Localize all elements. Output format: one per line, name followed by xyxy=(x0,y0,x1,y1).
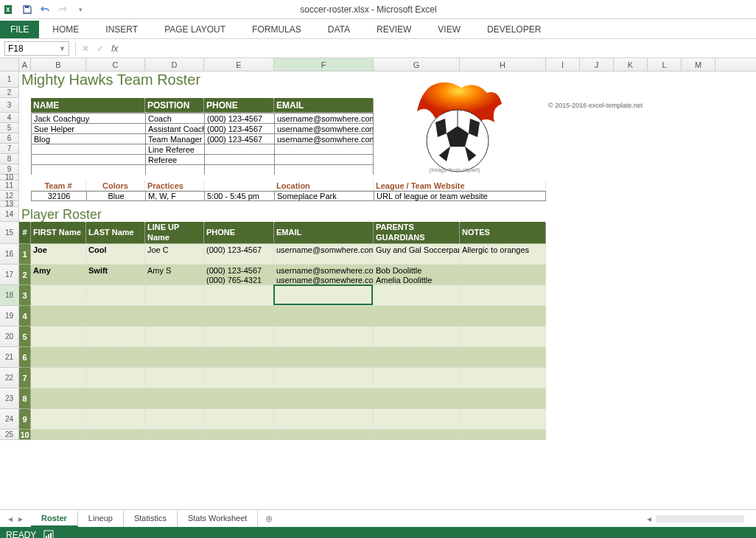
meta-team[interactable]: 32106 xyxy=(31,191,86,201)
row-header-5[interactable]: 5 xyxy=(0,123,19,133)
staff-email[interactable] xyxy=(274,144,374,154)
pr-phone[interactable] xyxy=(204,430,274,440)
formula-input[interactable] xyxy=(124,42,752,55)
staff-email[interactable]: username@somwhere.com xyxy=(274,123,374,133)
select-all-corner[interactable] xyxy=(0,58,19,71)
pr-num[interactable]: 3 xyxy=(19,285,31,306)
row-header-19[interactable]: 19 xyxy=(0,306,19,326)
pr-lineup[interactable] xyxy=(145,285,204,306)
pr-email[interactable] xyxy=(274,326,374,347)
pr-notes[interactable] xyxy=(460,430,546,440)
pr-last[interactable] xyxy=(86,388,145,409)
staff-name[interactable]: Blog xyxy=(31,133,145,144)
row-header-3[interactable]: 3 xyxy=(0,98,19,113)
staff-position[interactable]: Coach xyxy=(145,113,204,123)
tab-formulas[interactable]: FORMULAS xyxy=(239,21,315,38)
pr-num[interactable]: 1 xyxy=(19,244,31,265)
pr-phone[interactable] xyxy=(204,409,274,430)
pr-parents[interactable] xyxy=(374,285,460,306)
col-header-J[interactable]: J xyxy=(580,58,614,71)
pr-last[interactable] xyxy=(86,368,145,388)
row-header-25[interactable]: 25 xyxy=(0,430,19,440)
row-header-10[interactable]: 10 xyxy=(0,175,19,181)
row-header-16[interactable]: 16 xyxy=(0,244,19,265)
staff-position[interactable]: Assistant Coach xyxy=(145,123,204,133)
pr-phone[interactable] xyxy=(204,285,274,306)
pr-phone[interactable] xyxy=(204,326,274,347)
meta-league[interactable]: URL of league or team website xyxy=(374,191,546,201)
file-tab[interactable]: FILE xyxy=(0,21,39,38)
staff-position[interactable]: Line Referee xyxy=(145,144,204,154)
pr-last[interactable]: Cool xyxy=(86,244,145,265)
row-header-20[interactable]: 20 xyxy=(0,326,19,347)
pr-first[interactable] xyxy=(31,306,86,326)
row-header-7[interactable]: 7 xyxy=(0,144,19,154)
row-header-8[interactable]: 8 xyxy=(0,154,19,164)
row-header-15[interactable]: 15 xyxy=(0,222,19,244)
staff-position[interactable]: Referee xyxy=(145,154,204,164)
col-header-G[interactable]: G xyxy=(374,58,460,71)
redo-icon[interactable] xyxy=(56,3,69,16)
sheet-nav[interactable]: ◂▸ xyxy=(6,514,25,524)
pr-email[interactable] xyxy=(274,368,374,388)
macro-icon[interactable] xyxy=(43,530,54,538)
staff-position[interactable] xyxy=(145,164,204,175)
pr-last[interactable] xyxy=(86,430,145,440)
staff-position[interactable]: Team Manager xyxy=(145,133,204,144)
pr-parents[interactable]: Guy and Gal Soccerparent xyxy=(374,244,460,265)
cell[interactable] xyxy=(204,164,274,165)
pr-num[interactable]: 10 xyxy=(19,430,31,440)
staff-name[interactable] xyxy=(31,164,145,175)
col-header-I[interactable]: I xyxy=(546,58,580,71)
col-header-C[interactable]: C xyxy=(86,58,145,71)
pr-first[interactable] xyxy=(31,409,86,430)
meta-location[interactable]: Someplace Park xyxy=(274,191,374,201)
cell[interactable] xyxy=(274,164,374,165)
pr-parents[interactable] xyxy=(374,347,460,368)
row-header-17[interactable]: 17 xyxy=(0,265,19,285)
meta-practices[interactable]: M, W, F xyxy=(145,191,204,201)
staff-phone[interactable]: (000) 123-4567 xyxy=(204,133,274,144)
pr-notes[interactable] xyxy=(460,306,546,326)
pr-first[interactable] xyxy=(31,347,86,368)
staff-name[interactable]: Jack Coachguy xyxy=(31,113,145,123)
staff-email[interactable]: username@somwhere.com xyxy=(274,113,374,123)
col-header-K[interactable]: K xyxy=(614,58,648,71)
col-header-H[interactable]: H xyxy=(460,58,546,71)
pr-email[interactable]: username@somewhere.com username@somewher… xyxy=(274,265,374,285)
cell[interactable] xyxy=(31,164,86,165)
pr-parents[interactable] xyxy=(374,430,460,440)
pr-parents[interactable]: Bob Doolittle Amelia Doolittle xyxy=(374,265,460,285)
tab-page-layout[interactable]: PAGE LAYOUT xyxy=(151,21,239,38)
pr-first[interactable] xyxy=(31,326,86,347)
pr-num[interactable]: 8 xyxy=(19,388,31,409)
pr-num[interactable]: 6 xyxy=(19,347,31,368)
row-header-21[interactable]: 21 xyxy=(0,347,19,368)
pr-parents[interactable] xyxy=(374,306,460,326)
excel-icon[interactable] xyxy=(3,3,16,16)
sheet-tab-statistics[interactable]: Statistics xyxy=(124,511,178,527)
row-header-2[interactable]: 2 xyxy=(0,88,19,98)
pr-last[interactable] xyxy=(86,409,145,430)
pr-notes[interactable] xyxy=(460,368,546,388)
tab-data[interactable]: DATA xyxy=(315,21,363,38)
pr-last[interactable] xyxy=(86,285,145,306)
pr-first[interactable] xyxy=(31,285,86,306)
col-header-E[interactable]: E xyxy=(204,58,274,71)
pr-notes[interactable] xyxy=(460,347,546,368)
staff-name[interactable] xyxy=(31,154,145,164)
pr-email[interactable] xyxy=(274,388,374,409)
pr-email[interactable]: username@somwhere.com xyxy=(274,244,374,265)
tab-review[interactable]: REVIEW xyxy=(363,21,424,38)
col-header-A[interactable]: A xyxy=(19,58,31,71)
staff-phone[interactable] xyxy=(204,164,274,175)
qat-dropdown-icon[interactable]: ▾ xyxy=(74,3,87,16)
row-header-6[interactable]: 6 xyxy=(0,133,19,144)
row-header-4[interactable]: 4 xyxy=(0,113,19,123)
pr-notes[interactable]: Allergic to oranges xyxy=(460,244,546,265)
cell[interactable] xyxy=(86,164,145,165)
staff-email[interactable] xyxy=(274,154,374,164)
pr-lineup[interactable]: Amy S xyxy=(145,265,204,285)
pr-parents[interactable] xyxy=(374,326,460,347)
name-box[interactable]: F18 ▼ xyxy=(4,41,69,56)
